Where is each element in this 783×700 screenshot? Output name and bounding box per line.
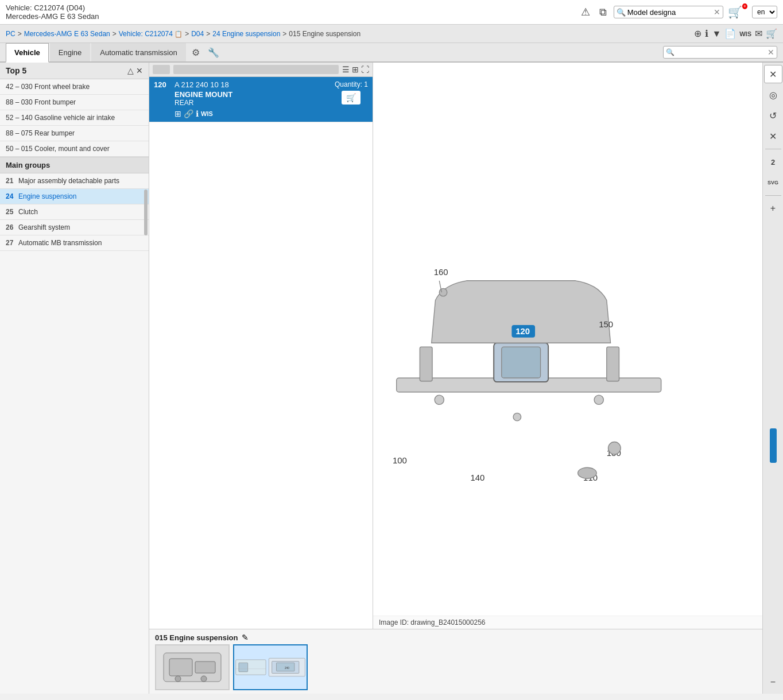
sidebar: Top 5 △ ✕ 42 – 030 Front wheel brake 88 … [0,63,149,694]
tab-automatic-transmission[interactable]: Automatic transmission [91,43,185,61]
diagram-canvas: 160 150 120 130 100 140 110 [373,63,762,616]
header-vehicle-info: Vehicle: C212074 (D04) Mercedes-AMG E 63… [6,3,99,21]
breadcrumb-24[interactable]: 24 Engine suspension [212,30,280,38]
group-item-25[interactable]: 25 Clutch [0,204,149,220]
svg-point-6 [594,395,603,404]
main-groups-header: Main groups [0,157,149,173]
breadcrumb-actions: ⊕ ℹ ▼ 📄 WIS ✉ 🛒 [694,28,777,39]
center-area: ☰ ⊞ ⛶ 120 A 212 240 10 18 ENGINE MOUNT R… [149,63,762,694]
top5-item-88-030[interactable]: 88 – 030 Front bumper [0,95,149,110]
rt-remove-btn[interactable]: ✕ [764,127,782,145]
search-clear-button[interactable]: ✕ [714,7,720,17]
part-action-wis[interactable]: WIS [201,109,213,118]
breadcrumb-cart-button[interactable]: 🛒 [766,28,777,39]
image-id-value: drawing_B24015000256 [410,618,485,626]
part-action-info[interactable]: ℹ [196,109,199,118]
mail-button[interactable]: ✉ [755,28,762,39]
group-item-27[interactable]: 27 Automatic MB transmission [0,235,149,251]
bottom-strip-title: 015 Engine suspension ✎ [155,633,757,642]
top5-item-42-030[interactable]: 42 – 030 Front wheel brake [0,79,149,95]
group-label-25: Clutch [18,208,38,216]
tabs-search-clear[interactable]: ✕ [768,48,774,57]
svg-text:150: 150 [599,320,613,329]
group-label-24: Engine suspension [18,192,76,200]
info-button[interactable]: ℹ [705,28,708,39]
group-item-21[interactable]: 21 Major assembly detachable parts [0,173,149,189]
groups-list: 21 Major assembly detachable parts 24 En… [0,173,149,251]
svg-point-18 [608,442,621,454]
part-row-info: A 212 240 10 18 ENGINE MOUNT REAR ⊞ 🔗 ℹ … [175,80,331,118]
svg-point-8 [439,288,447,296]
header-controls: ⚠ ⧉ 🔍 ✕ 🛒+ en de fr [579,5,777,20]
copy-button[interactable]: ⧉ [597,5,609,20]
svg-text:240: 240 [285,667,289,670]
top5-item-88-075[interactable]: 88 – 075 Rear bumper [0,126,149,141]
rt-zoom-out-btn[interactable]: − [764,673,782,691]
svg-point-24 [201,676,207,682]
top5-header: Top 5 △ ✕ [0,63,149,79]
thumbnail-1[interactable] [155,644,230,690]
breadcrumb-pc[interactable]: PC [6,30,15,38]
parts-list-icon-list[interactable]: ☰ [342,65,350,74]
top5-item-52-140[interactable]: 52 – 140 Gasoline vehicle air intake [0,110,149,126]
language-select[interactable]: en de fr [752,6,777,18]
svg-text:120: 120 [515,327,530,336]
doc-button[interactable]: 📄 [724,28,736,39]
rt-target-btn[interactable]: ◎ [764,86,782,104]
vehicle-line2: Mercedes-AMG E 63 Sedan [6,12,99,21]
top5-item-50-015[interactable]: 50 – 015 Cooler, mount and cover [0,141,149,157]
part-action-link[interactable]: 🔗 [184,109,193,118]
part-qty: Quantity: 1 🛒 [335,80,368,105]
warning-button[interactable]: ⚠ [579,5,592,20]
rt-zoom-in-btn[interactable]: + [764,199,782,218]
add-to-cart-button[interactable]: 🛒 [342,91,361,105]
bottom-strip-title-text: 015 Engine suspension [155,633,238,642]
svg-text:160: 160 [434,268,448,277]
breadcrumb-model[interactable]: Mercedes-AMG E 63 Sedan [24,30,110,38]
tab-vehicle[interactable]: Vehicle [6,43,49,63]
model-search-input[interactable] [627,8,714,17]
tab-extra-icon-1[interactable]: ⚙ [188,45,203,60]
parts-area: ☰ ⊞ ⛶ 120 A 212 240 10 18 ENGINE MOUNT R… [149,63,762,629]
main-layout: Top 5 △ ✕ 42 – 030 Front wheel brake 88 … [0,63,783,694]
vehicle-line1: Vehicle: C212074 (D04) [6,3,99,12]
wis-button[interactable]: WIS [739,30,751,37]
bottom-strip: 015 Engine suspension ✎ [149,629,762,694]
svg-rect-21 [169,659,192,676]
part-row-120[interactable]: 120 A 212 240 10 18 ENGINE MOUNT REAR ⊞ … [149,77,373,122]
diagram-left-group: 160 150 120 130 100 140 110 [393,268,661,482]
tabs-search-input[interactable] [676,48,768,57]
breadcrumb-d04[interactable]: D04 [191,30,204,38]
top5-collapse-btn[interactable]: △ [127,66,134,75]
diagram-area: 160 150 120 130 100 140 110 [373,63,762,629]
group-item-26[interactable]: 26 Gearshift system [0,220,149,235]
tab-extra-icon-2[interactable]: 🔧 [204,45,223,60]
zoom-in-button[interactable]: ⊕ [694,28,701,39]
top5-close-btn[interactable]: ✕ [136,66,143,75]
top5-label: Top 5 [6,66,26,75]
top5-list: 42 – 030 Front wheel brake 88 – 030 Fron… [0,79,149,157]
parts-list-header: ☰ ⊞ ⛶ [149,63,373,77]
bottom-strip-edit-btn[interactable]: ✎ [242,633,249,642]
svg-text:140: 140 [471,473,485,482]
svg-point-19 [578,467,597,478]
rt-num-btn[interactable]: 2 [764,153,782,171]
image-id-bar: Image ID: drawing_B24015000256 [373,616,762,629]
tab-engine[interactable]: Engine [50,43,90,61]
thumbnail-2[interactable]: 240 [233,644,308,690]
parts-list-icon-expand[interactable]: ⛶ [361,65,369,74]
filter-button[interactable]: ▼ [712,29,721,39]
rt-close-btn[interactable]: ✕ [764,65,782,83]
group-item-24[interactable]: 24 Engine suspension [0,189,149,204]
cart-button[interactable]: 🛒+ [728,5,747,19]
svg-rect-1 [420,347,432,381]
parts-list-progress [153,65,170,74]
rt-svg-btn[interactable]: SVG [764,173,782,192]
diagram-svg: 160 150 120 130 100 140 110 [373,63,762,616]
search-icon: 🔍 [617,8,626,17]
group-label-27: Automatic MB transmission [18,239,102,247]
part-action-table[interactable]: ⊞ [175,109,181,118]
breadcrumb-vehicle[interactable]: Vehicle: C212074 📋 [119,30,183,38]
rt-history-btn[interactable]: ↺ [764,106,782,125]
parts-list-icon-grid[interactable]: ⊞ [352,65,359,74]
